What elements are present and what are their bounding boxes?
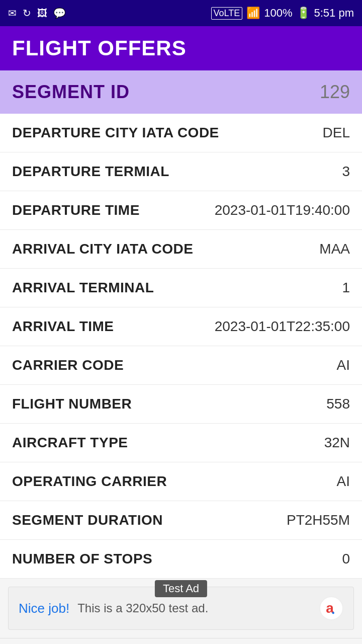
table-row: FLIGHT NUMBER558 [0, 385, 362, 424]
row-value: 2023-01-01T19:40:00 [215, 202, 350, 218]
app-header: FLIGHT OFFERS [0, 26, 362, 70]
table-row: DEPARTURE TERMIAL3 [0, 152, 362, 191]
row-label: ARRIVAL TERMINAL [12, 280, 154, 296]
ad-nice-job[interactable]: Nice job! [19, 601, 69, 616]
clock: 5:51 pm [314, 7, 354, 20]
row-value: AI [337, 357, 350, 373]
volte-indicator: VoLTE [211, 7, 243, 20]
battery-icon: 🔋 [297, 7, 310, 20]
row-value: DEL [323, 125, 350, 141]
row-label: DEPARTURE TERMIAL [12, 164, 169, 180]
row-label: NUMBER OF STOPS [12, 551, 152, 567]
nav-bar: ⤢ ◁ [0, 638, 362, 644]
row-value: 0 [342, 551, 350, 567]
status-right: VoLTE 📶 100% 🔋 5:51 pm [211, 7, 354, 20]
row-label: CARRIER CODE [12, 357, 124, 373]
row-value: MAA [319, 241, 350, 257]
row-value: 2023-01-01T22:35:00 [215, 318, 350, 335]
row-label: DEPARTURE TIME [12, 202, 140, 218]
message-icon: 💬 [53, 7, 66, 19]
table-row: DEPARTURE CITY IATA CODEDEL [0, 114, 362, 152]
table-row: ARRIVAL TIME2023-01-01T22:35:00 [0, 307, 362, 346]
segment-id-value: 129 [320, 82, 350, 103]
segment-header: SEGMENT ID 129 [0, 70, 362, 114]
ad-text: This is a 320x50 test ad. [77, 601, 311, 615]
row-value: 558 [326, 396, 350, 412]
row-label: AIRCRAFT TYPE [12, 435, 128, 451]
row-value: AI [337, 473, 350, 490]
table-row: AIRCRAFT TYPE32N [0, 424, 362, 462]
image-icon: 🖼 [37, 8, 47, 19]
row-label: DEPARTURE CITY IATA CODE [12, 125, 219, 141]
status-left: ✉ ↻ 🖼 💬 [8, 7, 66, 19]
mail-icon: ✉ [8, 7, 17, 19]
ad-logo: a ● [319, 596, 343, 620]
segment-id-label: SEGMENT ID [12, 82, 130, 103]
row-value: 3 [342, 164, 350, 180]
app-title: FLIGHT OFFERS [12, 36, 350, 60]
row-label: ARRIVAL TIME [12, 318, 114, 335]
row-label: ARRIVAL CITY IATA CODE [12, 241, 194, 257]
row-label: OPERATING CARRIER [12, 473, 167, 490]
content-area: SEGMENT ID 129 DEPARTURE CITY IATA CODED… [0, 70, 362, 579]
table-row: ARRIVAL TERMINAL1 [0, 269, 362, 307]
table-row: CARRIER CODEAI [0, 346, 362, 385]
row-value: 1 [342, 280, 350, 296]
signal-icon: 📶 [246, 7, 260, 20]
table-row: NUMBER OF STOPS0 [0, 540, 362, 579]
table-row: ARRIVAL CITY IATA CODEMAA [0, 230, 362, 269]
row-value: 32N [324, 435, 350, 451]
row-label: FLIGHT NUMBER [12, 396, 132, 412]
ad-label: Test Ad [155, 580, 207, 597]
battery-percent: 100% [264, 7, 292, 20]
sync-icon: ↻ [23, 7, 31, 19]
ad-logo-dot: ● [332, 610, 335, 615]
table-row: OPERATING CARRIERAI [0, 462, 362, 501]
status-bar: ✉ ↻ 🖼 💬 VoLTE 📶 100% 🔋 5:51 pm [0, 0, 362, 26]
row-value: PT2H55M [287, 512, 350, 528]
row-label: SEGMENT DURATION [12, 512, 163, 528]
data-rows-container: DEPARTURE CITY IATA CODEDELDEPARTURE TER… [0, 114, 362, 579]
table-row: SEGMENT DURATIONPT2H55M [0, 501, 362, 540]
table-row: DEPARTURE TIME2023-01-01T19:40:00 [0, 191, 362, 230]
ad-banner: Test Ad Nice job! This is a 320x50 test … [8, 587, 354, 630]
